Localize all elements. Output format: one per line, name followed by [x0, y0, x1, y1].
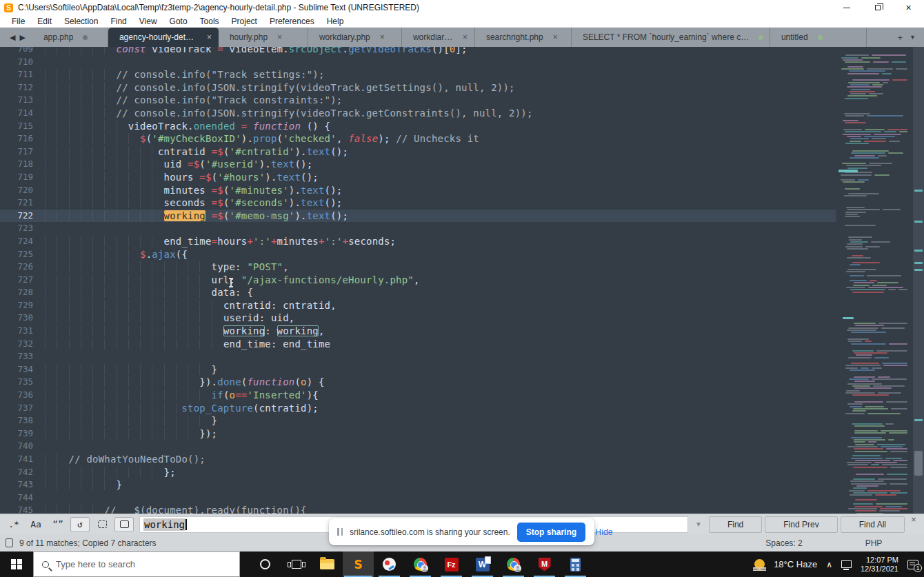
regex-toggle-button[interactable]: .*	[4, 517, 23, 532]
action-center-icon[interactable]: 1	[907, 560, 918, 569]
code-line-732[interactable]: 732 end_time: end_time	[0, 338, 836, 351]
menu-item-view[interactable]: View	[133, 15, 163, 28]
scrollbar-thumb[interactable]	[914, 451, 923, 476]
tab-untitled[interactable]: untitled	[770, 28, 867, 47]
chrome-profile-2-button[interactable]	[498, 551, 529, 577]
next-tab-icon[interactable]: ▶	[19, 28, 25, 47]
find-button[interactable]: Find	[709, 516, 762, 533]
indentation-status[interactable]: Spaces: 2	[739, 538, 829, 548]
in-selection-toggle-button[interactable]	[92, 517, 112, 532]
tab-hourly-php[interactable]: hourly.php×	[219, 28, 308, 47]
code-line-730[interactable]: 730 userid: uid,	[0, 312, 836, 325]
code-line-733[interactable]: 733	[0, 350, 836, 363]
code-line-741[interactable]: 741 // doWhatYouNeedToDo();	[0, 453, 836, 466]
code-line-742[interactable]: 742 };	[0, 466, 836, 479]
find-prev-button[interactable]: Find Prev	[765, 516, 837, 533]
menu-item-help[interactable]: Help	[321, 15, 350, 28]
calculator-button[interactable]	[560, 551, 591, 577]
menu-item-tools[interactable]: Tools	[194, 15, 225, 28]
code-line-726[interactable]: 726 type: "POST",	[0, 261, 836, 274]
tab-close-icon[interactable]: ×	[553, 32, 558, 42]
tab-workdiary-2-php[interactable]: workdiary 2.php×	[402, 28, 475, 47]
tab-agency-hourly-detail-php[interactable]: agency-hourly-detail.php×	[108, 28, 219, 47]
code-line-743[interactable]: 743 }	[0, 478, 836, 492]
code-line-737[interactable]: 737 stop_Capture(cntratid);	[0, 402, 836, 415]
whole-word-toggle-button[interactable]: “”	[48, 517, 68, 532]
case-sensitive-toggle-button[interactable]: Aa	[26, 517, 46, 532]
menu-item-edit[interactable]: Edit	[31, 15, 58, 28]
code-line-728[interactable]: 728 data: {	[0, 286, 836, 299]
taskbar-clock[interactable]: 12:07 PM 12/31/2021	[861, 556, 898, 574]
tab-select-from-hourly-earning-whe[interactable]: SELECT * FROM `hourly_earning` where con…	[572, 28, 770, 47]
code-line-744[interactable]: 744	[0, 492, 836, 505]
filezilla-button[interactable]: Fz	[436, 551, 467, 577]
code-line-710[interactable]: 710	[0, 56, 836, 69]
weather-text[interactable]: 18°C Haze	[774, 559, 817, 569]
code-line-719[interactable]: 719 hours =$('#hours').text();	[0, 171, 836, 184]
cortana-button[interactable]	[250, 551, 281, 577]
tab-workdiary-php[interactable]: workdiary.php×	[308, 28, 402, 47]
minimap[interactable]	[836, 47, 913, 514]
code-line-729[interactable]: 729 cntratid: cntratid,	[0, 299, 836, 312]
weather-icon[interactable]	[754, 559, 765, 569]
wrap-toggle-button[interactable]: ↺	[70, 517, 90, 532]
vertical-scrollbar[interactable]	[913, 47, 924, 514]
sublime-text-button[interactable]: S	[343, 551, 374, 577]
word-button[interactable]: W	[467, 551, 498, 577]
code-line-722[interactable]: 722 working =$('#memo-msg').text();	[0, 210, 836, 223]
status-selection-icon[interactable]	[6, 538, 13, 547]
code-line-714[interactable]: 714 // console.info(JSON.stringify(video…	[0, 107, 836, 120]
taskbar-search-input[interactable]: Type here to search	[33, 551, 240, 577]
menu-item-find[interactable]: Find	[104, 15, 132, 28]
tab-close-icon[interactable]: ×	[207, 32, 212, 42]
tab-app-php[interactable]: app.php	[32, 28, 108, 47]
hide-link[interactable]: Hide	[595, 527, 613, 537]
menu-item-project[interactable]: Project	[225, 15, 263, 28]
code-pane[interactable]: 709 const videoTrack = videoElem.srcObje…	[0, 47, 836, 514]
screen-recorder-button[interactable]	[374, 551, 405, 577]
code-line-718[interactable]: 718 uid =$('#userid').text();	[0, 158, 836, 171]
new-tab-button[interactable]: +	[897, 32, 903, 43]
code-line-709[interactable]: 709 const videoTrack = videoElem.srcObje…	[0, 47, 836, 56]
code-line-740[interactable]: 740	[0, 440, 836, 453]
code-line-745[interactable]: 745 // $(document).ready(function(){	[0, 504, 836, 514]
tab-close-icon[interactable]: ×	[380, 32, 385, 42]
minimize-button[interactable]	[831, 0, 862, 15]
highlight-matches-toggle-button[interactable]	[114, 517, 134, 532]
code-line-720[interactable]: 720 minutes =$('#minutes').text();	[0, 184, 836, 197]
find-history-dropdown-icon[interactable]: ▼	[691, 520, 706, 528]
code-line-715[interactable]: 715 videoTrack.onended = function () {	[0, 120, 836, 133]
code-line-731[interactable]: 731 working: working,	[0, 325, 836, 338]
code-line-734[interactable]: 734 }	[0, 363, 836, 376]
tab-close-icon[interactable]: ×	[277, 32, 282, 42]
tab-overflow-button[interactable]: ▼	[910, 34, 916, 41]
find-close-button[interactable]: ×	[907, 514, 920, 525]
code-line-716[interactable]: 716 $('#myCheckBoxID').prop('checked', f…	[0, 132, 836, 145]
code-line-727[interactable]: 727 url: "/ajax-functions/eHourly.php",	[0, 274, 836, 287]
code-line-723[interactable]: 723	[0, 222, 836, 235]
code-line-713[interactable]: 713 // console.info("Track constraints:"…	[0, 94, 836, 107]
code-line-738[interactable]: 738 }	[0, 414, 836, 427]
menu-item-goto[interactable]: Goto	[163, 15, 194, 28]
start-button[interactable]	[0, 551, 33, 577]
syntax-status[interactable]: PHP	[829, 538, 918, 548]
code-line-739[interactable]: 739 });	[0, 427, 836, 441]
restore-button[interactable]	[862, 0, 893, 15]
mcafee-button[interactable]: M	[529, 551, 560, 577]
code-line-735[interactable]: 735 }).done(function(o) {	[0, 376, 836, 389]
code-line-736[interactable]: 736 if(o=='Inserted'){	[0, 389, 836, 402]
menu-item-selection[interactable]: Selection	[58, 15, 104, 28]
find-all-button[interactable]: Find All	[841, 516, 905, 533]
tab-close-icon[interactable]: ×	[463, 32, 468, 42]
file-explorer-button[interactable]	[312, 551, 343, 577]
menu-item-preferences[interactable]: Preferences	[263, 15, 321, 28]
stop-sharing-button[interactable]: Stop sharing	[517, 523, 585, 542]
task-view-button[interactable]	[281, 551, 312, 577]
network-icon[interactable]	[841, 560, 852, 568]
code-line-712[interactable]: 712 // console.info(JSON.stringify(video…	[0, 81, 836, 94]
tray-chevron-icon[interactable]: ∧	[826, 560, 832, 569]
code-line-721[interactable]: 721 seconds =$('#seconds').text();	[0, 196, 836, 210]
code-line-725[interactable]: 725 $.ajax({	[0, 248, 836, 261]
prev-tab-icon[interactable]: ◀	[10, 28, 15, 47]
menu-item-file[interactable]: File	[6, 15, 31, 28]
